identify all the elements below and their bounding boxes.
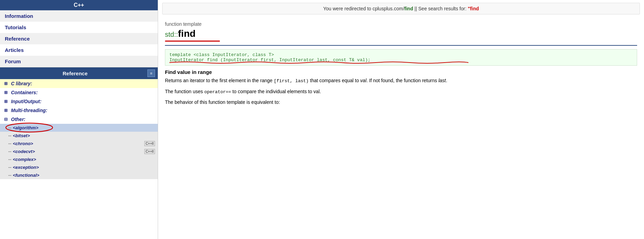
- desc2-prefix: The function uses: [165, 89, 204, 94]
- sub-item-functional[interactable]: ··· <functional>: [0, 171, 158, 179]
- sub-dot-functional: ···: [8, 173, 11, 177]
- toggle-other: ⊟: [4, 117, 9, 122]
- sub-dot-chrono: ···: [8, 142, 11, 146]
- ref-item-inputoutput[interactable]: ⊞ Input/Output:: [0, 97, 158, 106]
- sub-label-codecvt: <codecvt>: [13, 149, 35, 154]
- func-name: find: [178, 28, 196, 39]
- sub-label-algorithm: <algorithm>: [13, 125, 38, 130]
- desc2-operator: operator==: [204, 89, 231, 95]
- sidebar-item-information[interactable]: Information: [0, 10, 158, 22]
- description1: Returns an iterator to the first element…: [165, 77, 637, 85]
- desc2-suffix: to compare the individual elements to va…: [231, 89, 321, 94]
- sidebar-item-reference[interactable]: Reference: [0, 33, 158, 44]
- sidebar-item-forum[interactable]: Forum: [0, 56, 158, 67]
- sub-dot-exception: ···: [8, 165, 11, 170]
- sub-dot-codecvt: ···: [8, 150, 11, 154]
- code-template-line: template <class InputIterator, class T>: [169, 52, 633, 57]
- redirect-link[interactable]: find: [404, 6, 413, 11]
- sidebar: C++ Information Tutorials Reference Arti…: [0, 0, 158, 239]
- reference-title: Reference: [3, 70, 147, 76]
- description3: The behavior of this function template i…: [165, 99, 637, 106]
- main-content: You were redirected to cplusplus.com/fin…: [158, 0, 644, 239]
- sub-dot-algorithm: ···: [8, 126, 11, 130]
- sub-label-functional: <functional>: [13, 173, 39, 178]
- code-block: template <class InputIterator, class T> …: [165, 49, 637, 66]
- reference-panel: Reference ≡ ⊞ C library: ⊞ Containers: ⊞…: [0, 67, 158, 239]
- sub-item-exception[interactable]: ··· <exception>: [0, 163, 158, 171]
- sidebar-item-tutorials[interactable]: Tutorials: [0, 22, 158, 33]
- sub-dot-complex: ···: [8, 157, 11, 162]
- code-signature-container: InputIterator find (InputIterator first,…: [169, 57, 633, 63]
- sub-label-bitset: <bitset>: [13, 133, 30, 138]
- redirect-bar: You were redirected to cplusplus.com/fin…: [162, 3, 640, 14]
- sidebar-nav: Information Tutorials Reference Articles…: [0, 10, 158, 67]
- sub-dot-bitset: ···: [8, 134, 11, 138]
- ref-label-clibrary: C library:: [11, 81, 32, 86]
- sub-item-codecvt[interactable]: ··· <codecvt> C++ll: [0, 148, 158, 155]
- ref-item-containers[interactable]: ⊞ Containers:: [0, 88, 158, 97]
- sub-item-complex[interactable]: ··· <complex>: [0, 155, 158, 163]
- func-type-label: function template: [165, 21, 637, 27]
- toggle-inputoutput: ⊞: [4, 99, 9, 104]
- ref-label-containers: Containers:: [11, 90, 38, 95]
- func-std-prefix: std::: [165, 31, 178, 38]
- sub-badge-chrono: C++ll: [144, 141, 155, 146]
- code-signature-line: InputIterator find (InputIterator first,…: [169, 57, 370, 63]
- ref-label-other: Other:: [11, 117, 25, 122]
- sidebar-item-articles[interactable]: Articles: [0, 44, 158, 56]
- redirect-text: You were redirected to cplusplus.com/: [323, 6, 404, 11]
- sub-label-exception: <exception>: [13, 165, 39, 170]
- func-title: std::find: [165, 28, 637, 39]
- ref-item-multithreading[interactable]: ⊞ Multi-threading:: [0, 106, 158, 115]
- section-divider: [165, 45, 637, 46]
- func-title-underline: [165, 41, 220, 42]
- toggle-clibrary: ⊞: [4, 81, 9, 86]
- sub-item-chrono[interactable]: ··· <chrono> C++ll: [0, 140, 158, 148]
- reference-list: ⊞ C library: ⊞ Containers: ⊞ Input/Outpu…: [0, 79, 158, 239]
- find-desc-title: Find value in range: [165, 69, 637, 75]
- ref-label-inputoutput: Input/Output:: [11, 99, 42, 104]
- sub-item-bitset[interactable]: ··· <bitset>: [0, 132, 158, 140]
- toggle-containers: ⊞: [4, 90, 9, 95]
- sub-label-complex: <complex>: [13, 157, 36, 162]
- content-body: function template std::find template <cl…: [158, 17, 644, 113]
- ref-item-clibrary[interactable]: ⊞ C library:: [0, 79, 158, 88]
- sidebar-title: C++: [0, 0, 158, 10]
- ref-label-multithreading: Multi-threading:: [11, 108, 47, 113]
- reference-header: Reference ≡: [0, 67, 158, 79]
- sub-label-chrono: <chrono>: [13, 141, 33, 146]
- ref-item-other[interactable]: ⊟ Other:: [0, 115, 158, 124]
- redirect-quoted: "find: [468, 6, 479, 11]
- description2: The function uses operator== to compare …: [165, 88, 637, 96]
- reference-icon[interactable]: ≡: [147, 69, 155, 77]
- sub-badge-codecvt: C++ll: [144, 149, 155, 154]
- sub-item-algorithm[interactable]: ··· <algorithm>: [0, 124, 158, 132]
- toggle-multithreading: ⊞: [4, 108, 9, 113]
- redirect-separator: || See search results for:: [413, 6, 468, 11]
